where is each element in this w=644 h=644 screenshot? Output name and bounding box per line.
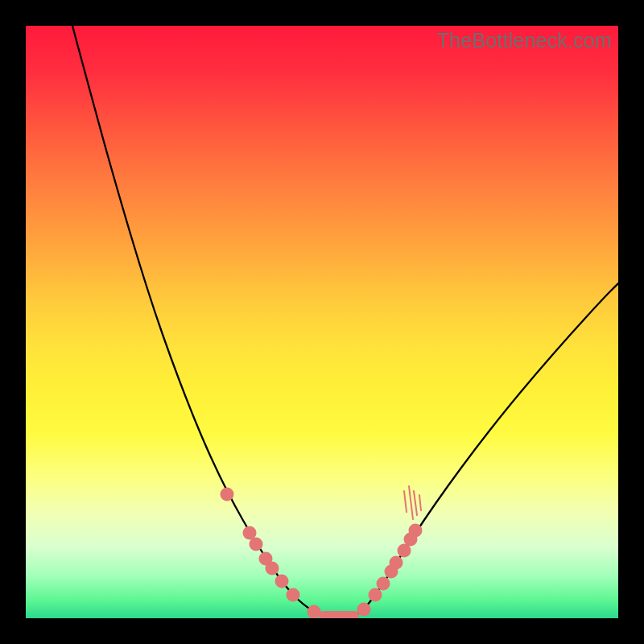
scratch-marks	[404, 486, 421, 519]
data-point-dot	[275, 575, 289, 588]
data-point-dot	[369, 588, 382, 602]
data-point-dot	[357, 603, 371, 617]
curve-left-branch	[72, 26, 322, 615]
dots-right-group	[357, 524, 423, 617]
data-point-dot	[221, 488, 234, 502]
data-point-dot	[308, 605, 321, 619]
trough-flat-segment	[319, 611, 359, 618]
scratch-mark	[419, 495, 421, 510]
chart-svg	[26, 26, 618, 618]
scratch-mark	[414, 491, 417, 515]
data-point-dot	[287, 588, 300, 602]
scratch-mark	[404, 491, 407, 512]
scratch-mark	[409, 486, 413, 519]
plot-area: TheBottleneck.com	[26, 26, 618, 618]
chart-frame: TheBottleneck.com	[0, 0, 644, 644]
data-point-dot	[266, 562, 279, 576]
watermark-text: TheBottleneck.com	[437, 29, 612, 52]
data-point-dot	[250, 538, 263, 551]
data-point-dot	[390, 556, 403, 570]
data-point-dot	[409, 524, 423, 538]
data-point-dot	[377, 577, 390, 591]
